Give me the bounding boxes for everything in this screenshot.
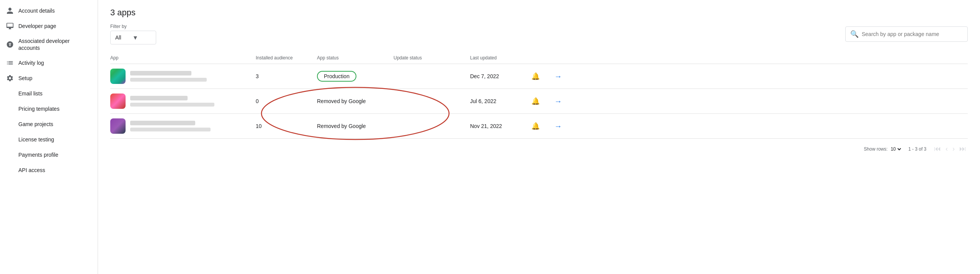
sidebar-item-associated-dev-accounts-label: Associated developer accounts <box>18 38 88 51</box>
sidebar-item-setup-label: Setup <box>18 75 33 82</box>
sidebar-item-api-access[interactable]: API access <box>0 162 95 178</box>
sidebar-item-developer-page-label: Developer page <box>18 23 56 30</box>
sidebar-item-associated-dev-accounts[interactable]: Associated developer accounts <box>0 34 95 55</box>
page-title: 3 apps <box>110 8 968 18</box>
sidebar-item-game-projects-label: Game projects <box>18 121 53 128</box>
app-icon-2 <box>110 94 126 109</box>
pagination-row: Show rows: 10 25 50 1 - 3 of 3 ⏮ ‹ › ⏭ <box>110 139 968 159</box>
email-lists-spacer <box>6 90 14 97</box>
sidebar-item-email-lists-label: Email lists <box>18 90 42 97</box>
filter-dropdown[interactable]: All ▾ <box>110 31 156 44</box>
arrow-1[interactable]: → <box>554 72 570 81</box>
app-icon-3 <box>110 118 126 134</box>
filter-left: Filter by All ▾ <box>110 24 156 44</box>
bell-1[interactable]: 🔔 <box>531 72 554 80</box>
pagination-nav-btns: ⏮ ‹ › ⏭ <box>933 143 968 154</box>
sidebar-item-pricing-templates-label: Pricing templates <box>18 105 59 112</box>
col-header-installed-audience: Installed audience <box>256 55 317 61</box>
col-header-nav <box>554 55 570 61</box>
circle-person-icon <box>6 41 14 48</box>
last-page-button[interactable]: ⏭ <box>958 143 968 154</box>
sidebar: Account details Developer page Associate… <box>0 0 98 274</box>
app-info-3 <box>130 121 211 131</box>
installed-audience-3: 10 <box>256 123 317 129</box>
app-info-1 <box>130 71 207 82</box>
app-name-3 <box>130 121 195 125</box>
filter-label: Filter by <box>110 24 156 29</box>
arrow-2[interactable]: → <box>554 97 570 106</box>
col-header-bell <box>531 55 554 61</box>
pricing-templates-spacer <box>6 105 14 113</box>
api-access-spacer <box>6 166 14 174</box>
installed-audience-2: 0 <box>256 98 317 104</box>
list-icon <box>6 59 14 67</box>
search-box: 🔍 <box>845 26 968 42</box>
chevron-down-icon: ▾ <box>134 33 137 42</box>
removed-badge-3: Removed by Google <box>317 123 366 129</box>
sidebar-item-developer-page[interactable]: Developer page <box>0 18 95 34</box>
filter-value: All <box>115 34 121 41</box>
search-icon: 🔍 <box>850 30 859 38</box>
main-content: 3 apps Filter by All ▾ 🔍 App Installed a… <box>98 0 980 274</box>
sidebar-item-pricing-templates[interactable]: Pricing templates <box>0 101 95 116</box>
app-status-2: Removed by Google <box>317 98 394 104</box>
sidebar-item-payments-profile[interactable]: Payments profile <box>0 147 95 162</box>
app-package-1 <box>130 78 207 82</box>
app-name-1 <box>130 71 191 75</box>
app-cell-1 <box>110 69 256 84</box>
desktop-icon <box>6 22 14 30</box>
table-row: 0 Removed by Google Jul 6, 2022 🔔 → <box>110 89 968 114</box>
app-cell-2 <box>110 94 256 109</box>
last-updated-1: Dec 7, 2022 <box>470 73 531 79</box>
rows-per-page-select[interactable]: 10 25 50 <box>889 146 902 152</box>
filter-row: Filter by All ▾ 🔍 <box>110 24 968 44</box>
app-package-2 <box>130 103 214 107</box>
table-header: App Installed audience App status Update… <box>110 52 968 64</box>
gear-icon <box>6 74 14 82</box>
app-package-3 <box>130 128 211 131</box>
table-row: 3 Production Dec 7, 2022 🔔 → <box>110 64 968 89</box>
prev-page-button[interactable]: ‹ <box>944 143 949 154</box>
installed-audience-1: 3 <box>256 73 317 79</box>
game-projects-spacer <box>6 120 14 128</box>
sidebar-item-setup[interactable]: Setup <box>0 71 95 86</box>
sidebar-item-game-projects[interactable]: Game projects <box>0 116 95 132</box>
col-header-last-updated: Last updated <box>470 55 531 61</box>
sidebar-item-activity-log[interactable]: Activity log <box>0 55 95 71</box>
sidebar-item-license-testing-label: License testing <box>18 136 54 143</box>
bell-3[interactable]: 🔔 <box>531 122 554 130</box>
app-icon-1 <box>110 69 126 84</box>
sidebar-item-api-access-label: API access <box>18 167 45 174</box>
page-info: 1 - 3 of 3 <box>908 146 926 152</box>
apps-table: App Installed audience App status Update… <box>110 52 968 139</box>
first-page-button[interactable]: ⏮ <box>933 143 942 154</box>
table-row: 10 Removed by Google Nov 21, 2022 🔔 → <box>110 114 968 139</box>
show-rows-label: Show rows: <box>864 146 888 152</box>
col-header-app-status: App status <box>317 55 394 61</box>
app-status-3: Removed by Google <box>317 123 394 129</box>
next-page-button[interactable]: › <box>951 143 956 154</box>
app-info-2 <box>130 96 214 107</box>
removed-badge-2: Removed by Google <box>317 98 366 104</box>
bell-2[interactable]: 🔔 <box>531 97 554 105</box>
app-name-2 <box>130 96 188 100</box>
sidebar-item-license-testing[interactable]: License testing <box>0 132 95 147</box>
sidebar-item-email-lists[interactable]: Email lists <box>0 86 95 101</box>
sidebar-item-payments-profile-label: Payments profile <box>18 151 58 158</box>
sidebar-item-account-details[interactable]: Account details <box>0 3 95 18</box>
search-input[interactable] <box>862 31 963 37</box>
table-body: 3 Production Dec 7, 2022 🔔 → 0 <box>110 64 968 139</box>
last-updated-3: Nov 21, 2022 <box>470 123 531 129</box>
col-header-update-status: Update status <box>394 55 470 61</box>
production-badge: Production <box>317 71 356 82</box>
arrow-3[interactable]: → <box>554 122 570 131</box>
license-testing-spacer <box>6 136 14 143</box>
payments-profile-spacer <box>6 151 14 159</box>
person-icon <box>6 7 14 15</box>
col-header-app: App <box>110 55 256 61</box>
filter-wrapper: Filter by All ▾ <box>110 24 156 44</box>
sidebar-item-account-details-label: Account details <box>18 7 55 14</box>
app-status-1: Production <box>317 71 394 82</box>
sidebar-item-activity-log-label: Activity log <box>18 59 44 66</box>
rows-select: Show rows: 10 25 50 <box>864 146 902 152</box>
